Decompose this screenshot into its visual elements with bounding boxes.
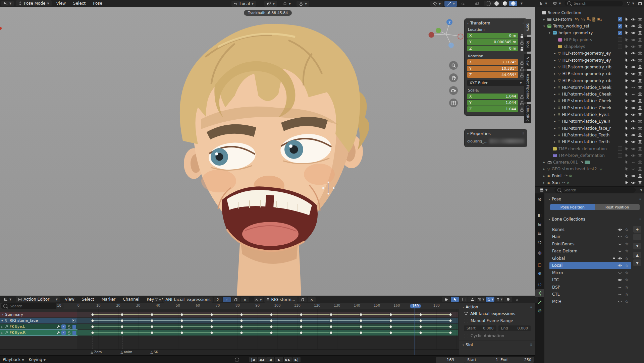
properties-search-input[interactable]: [563, 188, 633, 193]
eye-open-icon[interactable]: [631, 51, 636, 56]
prev-keyframe-button[interactable]: ◀◀: [258, 357, 266, 362]
selectable-icon[interactable]: [624, 65, 629, 69]
properties-tab-object[interactable]: ▢: [535, 261, 544, 269]
keyframe-dot[interactable]: [211, 325, 213, 328]
outliner-row[interactable]: ▸⠿HLP-storm-lattice_Cheek: [535, 91, 644, 98]
selectable-icon[interactable]: [624, 174, 629, 178]
panel-grip-icon[interactable]: ⠿: [530, 305, 532, 309]
filter-dropdown-button[interactable]: ▼: [477, 297, 485, 302]
keyframe-dot[interactable]: [330, 313, 332, 316]
keyframe-dot[interactable]: [240, 319, 243, 322]
sidebar-tab-cloudrig[interactable]: CloudRig: [524, 104, 531, 123]
disclosure-icon[interactable]: ▾: [549, 31, 553, 35]
shading-dropdown[interactable]: ▼: [518, 1, 526, 6]
frame-end-field[interactable]: End250: [498, 357, 534, 363]
frame-start-field[interactable]: Start1: [465, 357, 501, 363]
selectable-icon[interactable]: [624, 180, 629, 185]
eye-open-icon[interactable]: [631, 99, 636, 103]
navigation-gizmo[interactable]: Z: [427, 15, 467, 52]
disclosure-icon[interactable]: ▸: [543, 18, 547, 21]
eye-open-icon[interactable]: [631, 31, 636, 35]
solo-star-icon[interactable]: ☆: [625, 299, 629, 304]
keyframe-dot[interactable]: [270, 331, 273, 334]
render-visibility-icon[interactable]: [638, 174, 642, 178]
keyframe-dot[interactable]: [240, 313, 243, 316]
keyframe-dot[interactable]: [330, 319, 332, 322]
sidebar-tab-view[interactable]: View: [524, 54, 531, 69]
exclude-checkbox[interactable]: ✓: [618, 24, 622, 28]
gizmo-toggle[interactable]: ▼: [444, 1, 457, 7]
slot-unlink-button[interactable]: ✕: [308, 297, 316, 302]
solo-star-icon[interactable]: ☆: [625, 227, 629, 232]
exclude-checkbox[interactable]: ✓: [618, 31, 622, 35]
disclosure-icon[interactable]: ▸: [554, 59, 558, 62]
keyframe-dot[interactable]: [390, 325, 392, 328]
eye-open-icon[interactable]: [631, 78, 636, 83]
outliner-row[interactable]: ▸CH-storm⚒2▽9⠿9⚲▣4✓: [535, 16, 644, 22]
outliner-row[interactable]: ▸▽HLP-storm-geometry_rib: [535, 64, 644, 70]
outliner-row[interactable]: ▸⠿HLP-storm-lattice_Cheek: [535, 84, 644, 90]
rotation-y-field[interactable]: Y10.381°: [467, 66, 518, 71]
keyframe-dot[interactable]: [121, 331, 123, 334]
eye-open-icon[interactable]: [631, 112, 636, 117]
current-frame-pill[interactable]: 169: [410, 304, 421, 308]
visibility-toggle-icon[interactable]: [618, 285, 622, 290]
outliner-search-input[interactable]: [573, 1, 620, 6]
cyclic-animation-checkbox[interactable]: [464, 334, 468, 338]
keyframe-dot[interactable]: [211, 319, 213, 322]
outliner-row[interactable]: ▸Camera.001↷: [535, 159, 644, 166]
solo-star-icon[interactable]: ☆: [625, 249, 629, 253]
selectable-icon[interactable]: [624, 160, 629, 165]
pin-icon[interactable]: [4, 331, 8, 335]
play-reverse-button[interactable]: ◀: [266, 357, 274, 362]
keyframe-band[interactable]: [77, 330, 458, 336]
keyframe-dot[interactable]: [360, 319, 362, 322]
eye-closed-icon[interactable]: [631, 85, 636, 90]
keyframe-dot[interactable]: [390, 331, 392, 334]
render-visibility-icon[interactable]: [638, 31, 642, 35]
selectable-icon[interactable]: [624, 153, 629, 158]
keyframe-dot[interactable]: [419, 325, 422, 328]
render-visibility-icon[interactable]: [638, 38, 642, 42]
show-errors-button[interactable]: [468, 297, 476, 302]
channel-row[interactable]: ▸FK-Eye.L✓: [0, 324, 77, 329]
keyframe-dot[interactable]: [91, 331, 94, 334]
viewport-3d[interactable]: Trackball: -6.88 45.84 Z ▾: [0, 7, 535, 296]
keyframe-dot[interactable]: [211, 313, 213, 316]
mode-dropdown[interactable]: Pose Mode ▼: [16, 0, 51, 6]
keyframe-dot[interactable]: [181, 313, 183, 316]
check-icon[interactable]: ✓: [1, 313, 4, 316]
keyframe-dot[interactable]: [121, 313, 123, 316]
keyframe-dot[interactable]: [449, 331, 451, 334]
outliner-row[interactable]: ▸⠿HLP-storm-lattice_Eye.R: [535, 118, 644, 125]
keyframe-dot[interactable]: [270, 313, 273, 316]
remove-collection-button[interactable]: −: [633, 234, 641, 240]
disclosure-icon[interactable]: ▸: [554, 65, 558, 69]
disclosure-icon[interactable]: ▸: [554, 72, 558, 75]
render-visibility-icon[interactable]: [638, 160, 642, 165]
rest-position-button[interactable]: Rest Position: [595, 204, 640, 210]
selectable-icon[interactable]: [624, 139, 629, 144]
bone-collection-row[interactable]: Hair☆: [549, 233, 631, 240]
outliner-filter-button[interactable]: ▼: [624, 0, 637, 6]
keyframe-dot[interactable]: [449, 319, 451, 322]
keying-button[interactable]: [504, 297, 512, 302]
slot-name-field[interactable]: RIG-storm...: [264, 297, 298, 303]
collapse-icon[interactable]: ▾: [467, 22, 469, 25]
disclosure-icon[interactable]: ▸: [554, 79, 558, 82]
properties-tab-bone-constraints[interactable]: ◎: [535, 306, 544, 314]
keyframe-dot[interactable]: [449, 313, 451, 316]
outliner-row[interactable]: ▸⠿HLP-storm-lattice_Eye.L: [535, 112, 644, 118]
properties-tab-tool[interactable]: ⚒: [535, 196, 544, 204]
lock-open-icon[interactable]: [520, 40, 524, 45]
bone-collection-row[interactable]: Face Deform☆: [549, 248, 631, 255]
render-visibility-icon[interactable]: [638, 71, 642, 76]
outliner-row[interactable]: ▸⠿HLP-storm-lattice_Teeth: [535, 132, 644, 138]
selectable-icon[interactable]: [624, 99, 629, 103]
pivot-dropdown[interactable]: ▼: [264, 1, 277, 7]
collapse-icon[interactable]: ▾: [463, 344, 464, 347]
proportional-edit-button[interactable]: ▼: [486, 297, 494, 302]
sidebar-action-name[interactable]: ANI-facial_expressions: [470, 311, 515, 316]
channel-search[interactable]: [1, 303, 59, 309]
solo-star-icon[interactable]: ☆: [625, 242, 629, 246]
